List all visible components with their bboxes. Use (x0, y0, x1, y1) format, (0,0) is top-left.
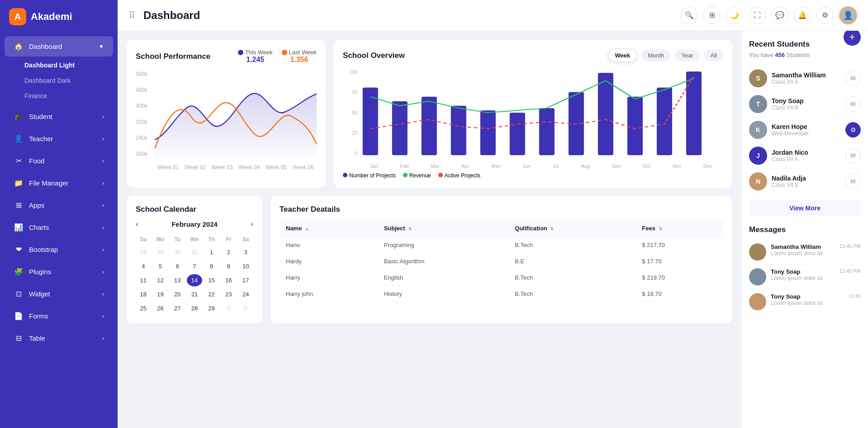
calendar-prev-button[interactable]: ‹ (136, 219, 138, 229)
food-nav-item[interactable]: ✂ Food › (5, 151, 113, 171)
cal-day-highlighted[interactable]: 14 (187, 274, 202, 286)
cal-day[interactable]: 5 (153, 260, 168, 272)
cal-day[interactable]: 26 (153, 302, 168, 314)
forms-nav-item[interactable]: 📄 Forms › (5, 306, 113, 326)
cal-day[interactable]: 29 (153, 246, 168, 258)
message-avatar (749, 243, 766, 261)
fullscreen-button[interactable]: ⛶ (749, 7, 766, 24)
col-fees[interactable]: Fees ⇅ (636, 220, 723, 237)
tab-week[interactable]: Week (608, 49, 637, 62)
cal-day[interactable]: 23 (221, 288, 237, 300)
cal-day[interactable]: 2 (238, 302, 253, 314)
calendar-next-button[interactable]: › (251, 219, 253, 229)
logo-text: Akademi (31, 11, 72, 23)
bootstrap-arrow: › (102, 247, 104, 253)
sub-dashboard-light[interactable]: Dashboard Light (0, 57, 118, 73)
view-more-button[interactable]: View More (749, 200, 861, 216)
bootstrap-nav-item[interactable]: ❤ Bootstrap › (5, 239, 113, 260)
bottom-row: School Calendar ‹ February 2024 › Su Mo … (127, 196, 732, 323)
widget-nav-item[interactable]: ⊡ Widget › (5, 284, 113, 304)
performance-svg (155, 71, 317, 158)
charts-nav-item[interactable]: 📊 Charts › (5, 217, 113, 238)
plugins-label: Plugins (29, 268, 51, 276)
dark-mode-button[interactable]: 🌙 (726, 7, 743, 24)
file-manager-nav-item[interactable]: 📁 File Manager › (5, 173, 113, 193)
student-item: T Tony Soap Class VII B ✉ (749, 91, 861, 117)
sub-finance[interactable]: Finance (0, 88, 118, 104)
table-nav-item[interactable]: ⊟ Table › (5, 328, 113, 348)
cal-day[interactable]: 20 (170, 288, 185, 300)
tab-all[interactable]: All (704, 49, 723, 62)
message-student-button[interactable]: ✉ (845, 174, 861, 189)
tab-year[interactable]: Year (675, 49, 699, 62)
svg-rect-3 (451, 106, 466, 155)
message-student-button[interactable]: ✉ (845, 96, 861, 112)
cal-day[interactable]: 24 (238, 288, 253, 300)
student-info: Karen Hope Web Developer (772, 123, 841, 137)
grid-button[interactable]: ⊞ (703, 7, 721, 24)
student-nav-item[interactable]: 🎓 Student › (5, 106, 113, 127)
performance-legend: This Week 1.245 Last Week 1.356 (238, 49, 317, 64)
col-subject[interactable]: Subject ⇅ (378, 220, 509, 237)
food-icon: ✂ (14, 157, 24, 165)
sub-dashboard-dark[interactable]: Dashboard Dark (0, 73, 118, 88)
cal-day[interactable]: 2 (221, 246, 237, 258)
add-student-button[interactable]: + (844, 31, 861, 46)
cal-day[interactable]: 4 (136, 260, 151, 272)
student-info: Nadila Adja Class VII B (772, 175, 841, 188)
teacher-nav-item[interactable]: 👤 Teacher › (5, 128, 113, 149)
cal-day[interactable]: 3 (238, 246, 253, 258)
calendar-month: February 2024 (171, 220, 218, 228)
plugins-arrow: › (102, 269, 104, 275)
cal-day[interactable]: 10 (238, 260, 253, 272)
cal-day[interactable]: 15 (204, 274, 219, 286)
cal-day[interactable]: 13 (170, 274, 185, 286)
cal-day[interactable]: 25 (136, 302, 151, 314)
messages-section: Messages Samantha William 12:45 PM Lorem… (749, 225, 861, 314)
this-week-legend: This Week 1.245 (238, 49, 273, 64)
cal-day[interactable]: 1 (204, 246, 219, 258)
cal-day[interactable]: 29 (204, 302, 219, 314)
cal-day[interactable]: 21 (187, 288, 202, 300)
cal-day[interactable]: 27 (170, 302, 185, 314)
col-name[interactable]: Name ▲ (280, 220, 378, 237)
svg-rect-9 (627, 97, 643, 155)
col-qualification[interactable]: Qulification ⇅ (508, 220, 636, 237)
message-student-button[interactable]: ✉ (845, 148, 861, 163)
student-avatar: T (749, 95, 767, 113)
dashboard-nav-item[interactable]: 🏠 Dashboard ▼ Dashboard Light Dashboard … (0, 35, 118, 104)
cal-day[interactable]: 12 (153, 274, 168, 286)
tab-month[interactable]: Month (641, 49, 670, 62)
cal-day[interactable]: 7 (187, 260, 202, 272)
cal-day[interactable]: 16 (221, 274, 237, 286)
cal-day[interactable]: 28 (187, 302, 202, 314)
cal-day[interactable]: 6 (170, 260, 185, 272)
sidebar: A Akademi 🏠 Dashboard ▼ Dashboard Light … (0, 0, 118, 428)
notifications-button[interactable]: 🔔 (794, 7, 811, 24)
message-student-button[interactable]: ✉ (845, 71, 861, 86)
user-avatar[interactable]: 👤 (839, 6, 857, 24)
last-week-dot (282, 50, 287, 55)
cal-day[interactable]: 22 (204, 288, 219, 300)
forms-label: Forms (29, 312, 48, 320)
message-student-button[interactable]: ⚙ (845, 122, 861, 138)
cal-day[interactable]: 8 (204, 260, 219, 272)
cal-day[interactable]: 31 (187, 246, 202, 258)
cal-day[interactable]: 19 (153, 288, 168, 300)
messages-button[interactable]: 💬 (771, 7, 788, 24)
settings-button[interactable]: ⚙ (816, 7, 834, 24)
cal-day[interactable]: 9 (221, 260, 237, 272)
plugins-nav-item[interactable]: 🧩 Plugins › (5, 262, 113, 282)
content-area: School Performance This Week 1.245 Last … (118, 31, 868, 428)
cal-day[interactable]: 11 (136, 274, 151, 286)
apps-nav-item[interactable]: ⊞ Apps › (5, 195, 113, 215)
cal-day[interactable]: 30 (170, 246, 185, 258)
charts-arrow: › (102, 224, 104, 231)
student-icon: 🎓 (14, 112, 24, 121)
apps-icon: ⊞ (14, 201, 24, 209)
search-button[interactable]: 🔍 (681, 7, 698, 24)
cal-day[interactable]: 1 (221, 302, 237, 314)
cal-day[interactable]: 18 (136, 288, 151, 300)
cal-day[interactable]: 28 (136, 246, 151, 258)
cal-day[interactable]: 17 (238, 274, 253, 286)
